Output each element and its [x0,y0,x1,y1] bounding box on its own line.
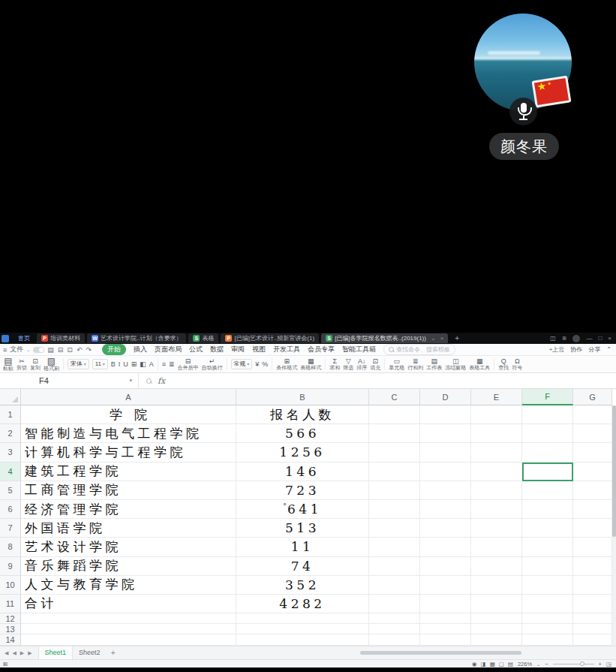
cell-D13[interactable] [420,624,471,634]
cell-B8[interactable]: 11 [236,538,369,556]
document-tab[interactable]: 首页 [14,333,35,343]
row-header-2[interactable]: 2 [0,424,21,443]
column-header-B[interactable]: B [236,389,369,405]
page-layout-view-icon[interactable]: ▢ [499,661,504,667]
cell-A8[interactable]: 艺术设计学院 [21,538,236,556]
cell-G5[interactable] [573,481,612,500]
row-header-9[interactable]: 9 [0,557,21,576]
workspace-icon[interactable]: ◫ [550,335,556,342]
cell-A14[interactable] [21,634,236,645]
zoom-slider-knob[interactable] [580,661,584,666]
menu-item-插入[interactable]: 插入 [134,345,147,354]
cell-A2[interactable]: 智能制造与电气工程学院 [21,424,236,443]
cells-button[interactable]: ▭单元格 [389,357,404,371]
format-painter-button[interactable]: ▨格式刷 [44,357,59,372]
page-break-view-icon[interactable]: ▤ [508,661,513,667]
cell-B1[interactable]: 报名人数 [236,405,369,424]
cell-E13[interactable] [471,624,522,634]
column-header-G[interactable]: G [573,389,612,405]
column-header-F[interactable]: F [522,389,573,405]
cell-G12[interactable] [573,613,612,624]
formula-search-icon[interactable] [146,378,152,384]
sheet-tab-Sheet1[interactable]: Sheet1 [38,646,74,659]
cell-E4[interactable] [471,463,522,481]
undo-icon[interactable]: ↶ [77,346,83,354]
zoom-out-button[interactable]: − [545,661,548,667]
cell-C13[interactable] [369,624,420,634]
number-format-select[interactable]: 常规 ▾ [231,359,253,369]
cell-C7[interactable] [369,519,420,538]
cell-F7[interactable] [522,519,573,538]
cell-B10[interactable]: 352 [236,576,369,595]
cell-C3[interactable] [369,443,420,462]
cell-B3[interactable]: 1256 [236,443,369,462]
cell-E3[interactable] [471,443,522,462]
cell-C1[interactable] [369,405,420,424]
rows-cols-button[interactable]: ≣行和列 [407,357,423,371]
cell-F3[interactable] [522,443,573,462]
merge-center-button[interactable]: ⊟合并居中 [178,357,199,371]
italic-button[interactable]: I [119,360,121,368]
collapse-ribbon-icon[interactable]: ⌃ [606,346,611,353]
cell-F11[interactable] [522,595,573,613]
cell-E7[interactable] [471,519,522,538]
row-header-3[interactable]: 3 [0,443,21,462]
new-document-tab-button[interactable]: + [455,334,459,342]
zoom-slider[interactable] [553,664,594,664]
worksheet-button[interactable]: ▤工作表 [426,357,442,371]
cell-C5[interactable] [369,481,420,500]
font-family-select[interactable]: 宋体 ▾ [68,359,89,369]
bold-button[interactable]: B [111,360,116,368]
tab-close-icon[interactable]: × [440,335,444,342]
cell-D4[interactable] [420,463,471,481]
cell-F10[interactable] [522,576,573,595]
freeze-button[interactable]: ◫冻结窗格 [445,357,466,371]
copy-button[interactable]: ⊡复制 [30,357,41,371]
tab-list-icon[interactable]: ≋ [562,335,567,342]
cell-B14[interactable] [236,634,369,645]
column-header-D[interactable]: D [420,389,471,405]
cell-A13[interactable] [21,624,236,634]
menu-item-审阅[interactable]: 审阅 [231,345,245,354]
menu-item-视图[interactable]: 视图 [252,345,266,354]
row-header-11[interactable]: 11 [0,595,21,613]
minimize-button[interactable]: — [586,335,592,342]
cell-A11[interactable]: 合计 [21,595,236,613]
cell-E9[interactable] [471,557,522,576]
fill-color-button[interactable]: ◧ [140,360,146,368]
cell-F5[interactable] [522,481,573,500]
cell-A6[interactable]: 经济管理学院 [21,500,236,519]
formula-input[interactable] [173,373,616,388]
cell-D12[interactable] [420,613,471,624]
cell-C14[interactable] [369,634,420,645]
cell-C6[interactable] [369,500,420,519]
cell-D6[interactable] [420,500,471,519]
fill-button[interactable]: ⊡填充 [370,357,380,371]
cell-C2[interactable] [369,424,420,443]
menu-item-数据[interactable]: 数据 [210,345,224,354]
clipboard-status-icon[interactable]: ⊞ [3,661,8,667]
cell-E2[interactable] [471,424,522,443]
conditional-format-button[interactable]: ⊞条件格式 [276,357,297,371]
cell-D2[interactable] [420,424,471,443]
cell-E6[interactable] [471,500,522,519]
cell-E11[interactable] [471,595,522,613]
cell-F4[interactable] [522,463,573,481]
cell-E10[interactable] [471,576,522,595]
font-size-select[interactable]: 11 ▾ [92,359,108,369]
cell-F13[interactable] [522,624,573,634]
cell-E1[interactable] [471,405,522,424]
currency-button[interactable]: ¥ [255,360,259,368]
upload-cloud-button[interactable]: +上云 [549,345,565,354]
cell-G10[interactable] [573,576,612,595]
row-header-10[interactable]: 10 [0,576,21,595]
vertical-scrollbar[interactable] [612,405,616,646]
zoom-in-button[interactable]: + [599,661,602,667]
fx-icon[interactable]: fx [158,376,165,386]
underline-button[interactable]: U [123,360,128,368]
column-header-A[interactable]: A [21,389,236,405]
document-tab[interactable]: P培训类材料 [37,333,85,343]
cell-G13[interactable] [573,624,612,634]
redo-icon[interactable]: ↷ [86,346,92,354]
prev-sheet-icon[interactable]: ◀ [12,650,16,656]
